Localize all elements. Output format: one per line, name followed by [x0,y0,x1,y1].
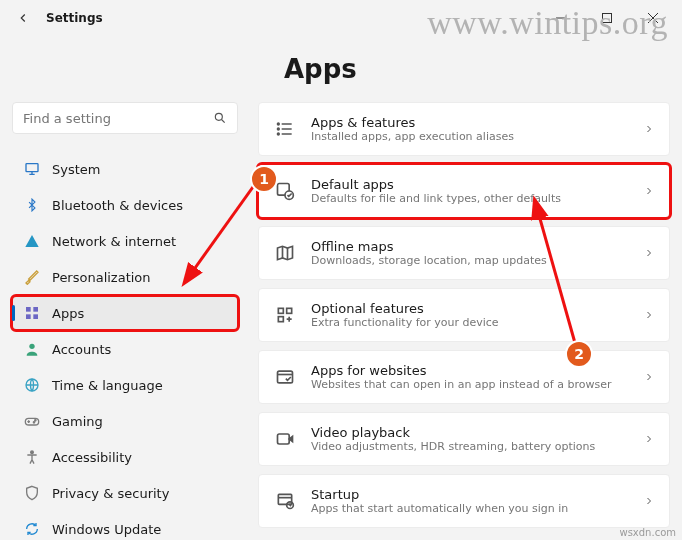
close-icon [648,13,658,23]
svg-point-16 [278,133,280,135]
card-startup[interactable]: Startup Apps that start automatically wh… [258,474,670,528]
sidebar-item-label: Accounts [52,342,111,357]
sidebar: System Bluetooth & devices Network & int… [12,102,238,540]
sidebar-item-privacy[interactable]: Privacy & security [12,476,238,510]
chevron-right-icon [643,371,655,383]
sidebar-nav: System Bluetooth & devices Network & int… [12,152,238,540]
video-icon [275,429,295,449]
sidebar-item-label: Accessibility [52,450,132,465]
minimize-icon [556,13,566,23]
startup-icon [275,491,295,511]
card-title: Optional features [311,301,627,316]
brush-icon [24,269,40,285]
svg-point-15 [278,128,280,130]
sidebar-item-label: Privacy & security [52,486,169,501]
svg-rect-20 [287,308,292,313]
search-input[interactable] [23,111,213,126]
sidebar-item-bluetooth[interactable]: Bluetooth & devices [12,188,238,222]
chevron-right-icon [643,495,655,507]
window-title: Settings [46,11,103,25]
link-icon [275,367,295,387]
card-subtitle: Defaults for file and link types, other … [311,192,627,205]
sidebar-item-label: Time & language [52,378,163,393]
wifi-icon [24,233,40,249]
sidebar-item-label: Personalization [52,270,151,285]
svg-rect-19 [278,308,283,313]
sidebar-item-system[interactable]: System [12,152,238,186]
sidebar-item-label: Network & internet [52,234,176,249]
card-text: Apps for websites Websites that can open… [311,363,627,391]
search-icon [213,111,227,125]
globe-icon [24,377,40,393]
svg-rect-5 [33,307,38,312]
attribution-text: wsxdn.com [619,527,676,538]
settings-cards: Apps & features Installed apps, app exec… [258,102,670,528]
card-apps-websites[interactable]: Apps for websites Websites that can open… [258,350,670,404]
update-icon [24,521,40,537]
svg-rect-3 [26,164,38,172]
sidebar-item-label: Windows Update [52,522,161,537]
maximize-icon [602,13,612,23]
sidebar-item-accessibility[interactable]: Accessibility [12,440,238,474]
sidebar-item-accounts[interactable]: Accounts [12,332,238,366]
card-offline-maps[interactable]: Offline maps Downloads, storage location… [258,226,670,280]
bluetooth-icon [24,197,40,213]
window-controls [540,3,674,33]
sidebar-item-update[interactable]: Windows Update [12,512,238,540]
default-apps-icon [275,181,295,201]
chevron-right-icon [643,185,655,197]
sidebar-item-label: System [52,162,100,177]
page-title: Apps [284,54,682,84]
sidebar-item-apps[interactable]: Apps [12,296,238,330]
card-subtitle: Video adjustments, HDR streaming, batter… [311,440,627,453]
chevron-right-icon [643,433,655,445]
svg-point-12 [33,422,34,423]
svg-point-8 [29,344,34,349]
titlebar: Settings [0,0,682,36]
close-button[interactable] [632,3,674,33]
svg-point-11 [35,420,36,421]
card-subtitle: Installed apps, app execution aliases [311,130,627,143]
sidebar-item-personalization[interactable]: Personalization [12,260,238,294]
person-icon [24,341,40,357]
svg-point-14 [278,123,280,125]
sidebar-item-network[interactable]: Network & internet [12,224,238,258]
card-subtitle: Extra functionality for your device [311,316,627,329]
card-text: Default apps Defaults for file and link … [311,177,627,205]
card-optional-features[interactable]: Optional features Extra functionality fo… [258,288,670,342]
svg-rect-21 [278,317,283,322]
sidebar-item-gaming[interactable]: Gaming [12,404,238,438]
back-button[interactable] [8,3,38,33]
sidebar-item-label: Apps [52,306,84,321]
search-box[interactable] [12,102,238,134]
card-video-playback[interactable]: Video playback Video adjustments, HDR st… [258,412,670,466]
card-title: Apps for websites [311,363,627,378]
sidebar-item-time[interactable]: Time & language [12,368,238,402]
maximize-button[interactable] [586,3,628,33]
card-subtitle: Downloads, storage location, map updates [311,254,627,267]
arrow-left-icon [16,11,30,25]
card-subtitle: Websites that can open in an app instead… [311,378,627,391]
card-text: Apps & features Installed apps, app exec… [311,115,627,143]
apps-icon [24,305,40,321]
card-text: Offline maps Downloads, storage location… [311,239,627,267]
card-subtitle: Apps that start automatically when you s… [311,502,627,515]
card-apps-features[interactable]: Apps & features Installed apps, app exec… [258,102,670,156]
card-title: Apps & features [311,115,627,130]
shield-icon [24,485,40,501]
list-icon [275,119,295,139]
svg-point-2 [215,113,222,120]
main-content: Apps & features Installed apps, app exec… [258,102,670,540]
svg-point-13 [31,451,34,454]
svg-rect-23 [278,434,290,444]
card-text: Startup Apps that start automatically wh… [311,487,627,515]
minimize-button[interactable] [540,3,582,33]
card-default-apps[interactable]: Default apps Defaults for file and link … [258,164,670,218]
svg-rect-1 [603,14,612,23]
chevron-right-icon [643,123,655,135]
chevron-right-icon [643,309,655,321]
svg-rect-6 [26,314,31,319]
card-title: Offline maps [311,239,627,254]
card-title: Default apps [311,177,627,192]
accessibility-icon [24,449,40,465]
